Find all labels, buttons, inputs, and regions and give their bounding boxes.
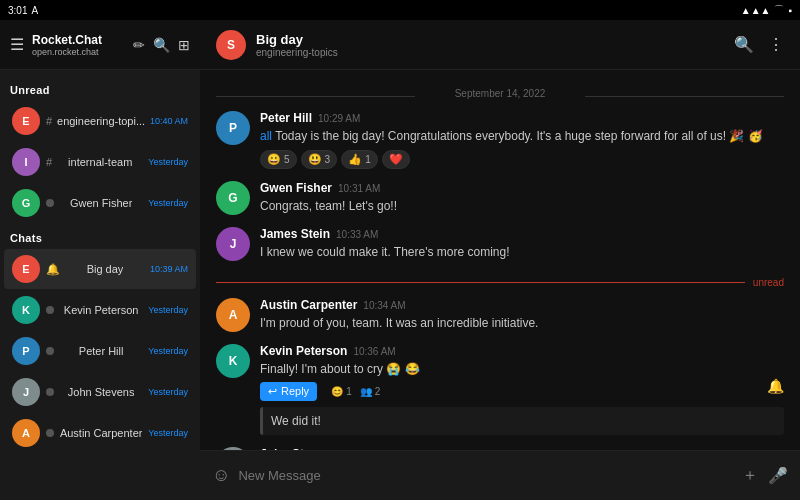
app-title-main: Rocket.Chat — [32, 33, 102, 47]
chat-item-info: Peter Hill Yesterday — [46, 345, 188, 357]
sidebar-item-kevin-peterson[interactable]: K Kevin Peterson Yesterday — [4, 290, 196, 330]
sidebar-content: Unread E # engineering-topi... 10:40 AM — [0, 70, 200, 500]
hamburger-icon[interactable]: ☰ — [10, 35, 24, 54]
chat-item-info: # internal-team Yesterday — [46, 156, 188, 168]
chat-header-right: 🔍 ⋮ — [734, 35, 784, 54]
avatar: P — [216, 111, 250, 145]
sidebar-item-austin-carpenter[interactable]: A Austin Carpenter Yesterday — [4, 413, 196, 453]
reactions: 😀5 😃3 👍1 ❤️ — [260, 150, 784, 169]
avatar: G — [216, 181, 250, 215]
message-body: Kevin Peterson 10:36 AM Finally! I'm abo… — [260, 344, 784, 436]
sidebar-item-engineering-topi[interactable]: E # engineering-topi... 10:40 AM — [4, 101, 196, 141]
message-row: A Austin Carpenter 10:34 AM I'm proud of… — [216, 298, 784, 332]
chat-item-info: Kevin Peterson Yesterday — [46, 304, 188, 316]
message-time: 10:33 AM — [336, 229, 378, 240]
search-icon[interactable]: 🔍 — [153, 37, 170, 53]
status-dot — [46, 429, 54, 437]
chat-item-time: Yesterday — [148, 387, 188, 397]
message-body: Austin Carpenter 10:34 AM I'm proud of y… — [260, 298, 784, 332]
channel-icon: 🔔 — [46, 263, 60, 276]
message-text: I knew we could make it. There's more co… — [260, 244, 784, 261]
chat-item-time: Yesterday — [148, 305, 188, 315]
message-author: Peter Hill — [260, 111, 312, 125]
time-display: 3:01 — [8, 5, 27, 16]
avatar: E — [12, 255, 40, 283]
message-time: 10:31 AM — [338, 183, 380, 194]
bell-icon[interactable]: 🔔 — [767, 378, 784, 394]
chats-section-label: Chats — [0, 224, 200, 248]
message-row: G Gwen Fisher 10:31 AM Congrats, team! L… — [216, 181, 784, 215]
message-input-area: ☺ ＋ 🎤 — [200, 450, 800, 500]
message-row: P Peter Hill 10:29 AM all Today is the b… — [216, 111, 784, 169]
layout-icon[interactable]: ⊞ — [178, 37, 190, 53]
chat-item-name: Kevin Peterson — [64, 304, 139, 316]
message-text: all Today is the big day! Congratulation… — [260, 128, 784, 145]
avatar: E — [12, 107, 40, 135]
avatar-letter: A — [22, 427, 30, 439]
message-input[interactable] — [238, 468, 734, 483]
app-indicator: A — [31, 5, 38, 16]
channel-avatar: S — [216, 30, 246, 60]
message-body: Gwen Fisher 10:31 AM Congrats, team! Let… — [260, 181, 784, 215]
plus-icon[interactable]: ＋ — [742, 465, 758, 486]
main-chat: S Big day engineering-topics 🔍 ⋮ Septemb… — [200, 20, 800, 500]
sidebar-item-john-stevens[interactable]: J John Stevens Yesterday — [4, 372, 196, 412]
chat-item-info: # engineering-topi... 10:40 AM — [46, 115, 188, 127]
avatar-letter: E — [22, 263, 29, 275]
message-author: Gwen Fisher — [260, 181, 332, 195]
chat-item-name: Big day — [87, 263, 124, 275]
reaction-item[interactable]: 😀5 — [260, 150, 297, 169]
wifi-icon: ⌒ — [774, 3, 784, 17]
chat-item-info: 🔔 Big day 10:39 AM — [46, 263, 188, 276]
sidebar-header-icons: ✏ 🔍 ⊞ — [133, 37, 190, 53]
avatar: K — [12, 296, 40, 324]
avatar: I — [12, 148, 40, 176]
chat-item-name: Gwen Fisher — [70, 197, 132, 209]
status-bar-right: ▲▲▲ ⌒ ▪ — [741, 3, 792, 17]
microphone-icon[interactable]: 🎤 — [768, 466, 788, 485]
sidebar-item-internal-team[interactable]: I # internal-team Yesterday — [4, 142, 196, 182]
chat-item-time: Yesterday — [148, 346, 188, 356]
status-dot — [46, 347, 54, 355]
unread-divider-label: unread — [753, 277, 784, 288]
sidebar: ☰ Rocket.Chat open.rocket.chat ✏ 🔍 ⊞ Unr… — [0, 20, 200, 500]
chat-item-name: John Stevens — [68, 386, 135, 398]
reaction-item[interactable]: 👍1 — [341, 150, 378, 169]
avatar: J — [216, 227, 250, 261]
reply-button[interactable]: ↩ Reply — [260, 382, 317, 401]
reaction-item[interactable]: 😃3 — [301, 150, 338, 169]
reaction-item[interactable]: ❤️ — [382, 150, 410, 169]
status-dot — [46, 199, 54, 207]
avatar: J — [12, 378, 40, 406]
unread-section-label: Unread — [0, 76, 200, 100]
reaction-count-1[interactable]: 😊1 — [331, 386, 352, 397]
search-icon[interactable]: 🔍 — [734, 35, 754, 54]
chat-item-info: John Stevens Yesterday — [46, 386, 188, 398]
kebab-icon[interactable]: ⋮ — [768, 35, 784, 54]
avatar-letter: P — [22, 345, 29, 357]
message-time: 10:34 AM — [363, 300, 405, 311]
chat-item-name: internal-team — [68, 156, 132, 168]
channel-sub: engineering-topics — [256, 47, 338, 58]
message-time: 10:29 AM — [318, 113, 360, 124]
sidebar-item-big-day[interactable]: E 🔔 Big day 10:39 AM — [4, 249, 196, 289]
sidebar-item-gwen-fisher[interactable]: G Gwen Fisher Yesterday — [4, 183, 196, 223]
avatar-letter: E — [22, 115, 29, 127]
message-text: I'm proud of you, team. It was an incred… — [260, 315, 784, 332]
message-text: Congrats, team! Let's go!! — [260, 198, 784, 215]
edit-icon[interactable]: ✏ — [133, 37, 145, 53]
message-time: 10:36 AM — [353, 346, 395, 357]
chat-item-time: Yesterday — [148, 157, 188, 167]
chat-item-time: Yesterday — [148, 428, 188, 438]
reaction-count-2[interactable]: 👥2 — [360, 386, 381, 397]
message-author: Austin Carpenter — [260, 298, 357, 312]
avatar: A — [216, 298, 250, 332]
sidebar-item-peter-hill[interactable]: P Peter Hill Yesterday — [4, 331, 196, 371]
signal-icon: ▲▲▲ — [741, 5, 771, 16]
input-actions: ＋ 🎤 — [742, 465, 788, 486]
message-actions: ↩ Reply 😊1 👥2 — [260, 382, 380, 401]
message-text: We did it! — [260, 407, 784, 436]
emoji-button[interactable]: ☺ — [212, 465, 230, 486]
channel-icon: # — [46, 115, 52, 127]
battery-icon: ▪ — [788, 5, 792, 16]
